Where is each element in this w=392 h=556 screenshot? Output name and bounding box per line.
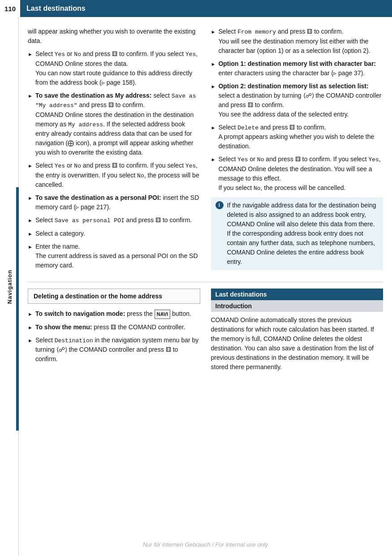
bottom-right-section: Last destinations Introduction COMAND On… <box>211 289 383 375</box>
bullet-content: Select Save as personal POI and press ⚅ … <box>35 216 200 225</box>
bullet-arrow: ► <box>28 230 33 238</box>
introduction-subheader: Introduction <box>211 300 383 312</box>
main-content: will appear asking whether you wish to o… <box>19 0 392 556</box>
yes-text2: Yes <box>185 51 196 58</box>
list-item: ► Select Save as personal POI and press … <box>28 216 200 225</box>
bullet-arrow: ► <box>28 310 33 318</box>
bullet-content: Select Yes or No and press ⚅ to confirm.… <box>35 161 200 190</box>
info-text: If the navigable address data for the de… <box>227 201 379 267</box>
bullet-arrow: ► <box>28 337 33 345</box>
bullet-arrow: ► <box>211 124 216 132</box>
bold-label: To save the destination as a personal PO… <box>35 194 161 201</box>
bold-label: To switch to navigation mode: <box>35 310 125 317</box>
intro-para: will appear asking whether you wish to o… <box>28 27 200 46</box>
list-item: ► To save the destination as My address:… <box>28 91 200 158</box>
bullet-content: Enter the name. The current address is s… <box>35 242 200 270</box>
bold-label: To show the menu: <box>35 323 92 331</box>
bullet-arrow: ► <box>28 243 33 251</box>
list-item: ► Select Yes or No and press ⚅ to confir… <box>28 161 200 190</box>
bullet-content: Select Delete and press ⚅ to confirm. A … <box>218 123 383 151</box>
delete-text: Delete <box>237 125 258 131</box>
bottom-left-section: Deleting a destination or the home addre… <box>28 289 200 375</box>
subtext: If you select No, the process will be ca… <box>218 184 345 191</box>
bullet-arrow: ► <box>28 162 33 170</box>
page-title: Last destinations <box>26 4 86 13</box>
page-number: 110 <box>0 0 20 17</box>
bullet-arrow: ► <box>28 324 33 332</box>
last-dest-intro-text: COMAND Online automatically stores the p… <box>211 315 383 372</box>
left-column: will appear asking whether you wish to o… <box>28 27 200 275</box>
subtext: You see the address data of the selected… <box>218 111 349 118</box>
bullet-content: Option 2: destination memory list as sel… <box>218 82 383 119</box>
subtext: COMAND Online stores the destination in … <box>35 111 194 156</box>
save-personal-poi: Save as personal POI <box>55 217 125 224</box>
list-item: ► To show the menu: press ⚅ the COMAND c… <box>28 323 200 332</box>
list-item: ► Option 2: destination memory list as s… <box>211 82 383 119</box>
bullet-content: Option 1: destination memory list with c… <box>218 59 383 78</box>
info-icon: i <box>215 201 224 209</box>
list-item: ► Select Yes or No and press ⚅ to confir… <box>28 49 200 87</box>
subtext: The current address is saved as a person… <box>35 252 198 269</box>
bold-label: To save the destination as My address: <box>35 92 152 99</box>
bullet-content: To save the destination as a personal PO… <box>35 193 200 212</box>
subtext: A prompt appears asking whether you wish… <box>218 133 374 150</box>
bullet-content: To show the menu: press ⚅ the COMAND con… <box>35 323 200 332</box>
bullet-content: Select a category. <box>35 229 200 238</box>
watermark: Nur für internen Gebrauch / For internal… <box>19 541 392 548</box>
list-item: ► Select Yes or No and press ⚅ to confir… <box>211 155 383 193</box>
list-item: ► Option 1: destination memory list with… <box>211 59 383 78</box>
destination-text: Destination <box>55 337 93 344</box>
list-item: ► Select a category. <box>28 229 200 238</box>
no-text: No <box>74 51 81 58</box>
list-item: ► To save the destination as a personal … <box>28 193 200 212</box>
info-box: i If the navigable address data for the … <box>211 197 383 270</box>
bullet-arrow: ► <box>211 156 216 164</box>
bold-label: Option 1: destination memory list with c… <box>218 60 376 67</box>
bullet-arrow: ► <box>211 60 216 68</box>
navi-button: NAVI <box>155 310 170 319</box>
bullet-content: Select Yes or No and press ⚅ to confirm.… <box>218 155 383 193</box>
subtext: You can now start route guidance to this… <box>35 69 192 86</box>
no-text3: No <box>257 156 264 163</box>
subtext: You will see the destination memory list… <box>218 38 370 54</box>
list-item: ► Select Destination in the navigation s… <box>28 336 200 364</box>
yes-text4: Yes <box>237 156 248 163</box>
deleting-section-title: Deleting a destination or the home addre… <box>34 293 194 300</box>
bullet-arrow: ► <box>28 217 33 224</box>
bullet-content: Select Destination in the navigation sys… <box>35 336 200 364</box>
right-column: ► Select From memory and press ⚅ to conf… <box>211 27 383 275</box>
list-item: ► Enter the name. The current address is… <box>28 242 200 270</box>
list-item: ► Select Delete and press ⚅ to confirm. … <box>211 123 383 151</box>
bullet-content: To switch to navigation mode: press the … <box>35 309 200 319</box>
list-item: ► To switch to navigation mode: press th… <box>28 309 200 319</box>
from-memory: From memory <box>237 29 276 35</box>
last-destinations-header: Last destinations <box>211 289 383 300</box>
bullet-arrow: ► <box>28 51 33 58</box>
bullet-arrow: ► <box>28 92 33 100</box>
list-item: ► Select From memory and press ⚅ to conf… <box>211 27 383 56</box>
yes-text3: Yes <box>55 163 65 169</box>
bullet-arrow: ► <box>28 194 33 202</box>
yes-text: Yes <box>55 51 65 58</box>
deleting-section-box: Deleting a destination or the home addre… <box>28 289 200 304</box>
bullet-content: Select From memory and press ⚅ to confir… <box>218 27 383 56</box>
bullet-content: Select Yes or No and press ⚅ to confirm.… <box>35 49 200 87</box>
bullet-content: To save the destination as My address: s… <box>35 91 200 158</box>
sidebar: Navigation <box>0 17 19 556</box>
sidebar-nav-label: Navigation <box>6 269 13 303</box>
no-text2: No <box>74 163 81 169</box>
bullet-arrow: ► <box>211 28 216 36</box>
bold-label: Option 2: destination memory list as sel… <box>218 82 368 90</box>
bullet-arrow: ► <box>211 83 216 91</box>
